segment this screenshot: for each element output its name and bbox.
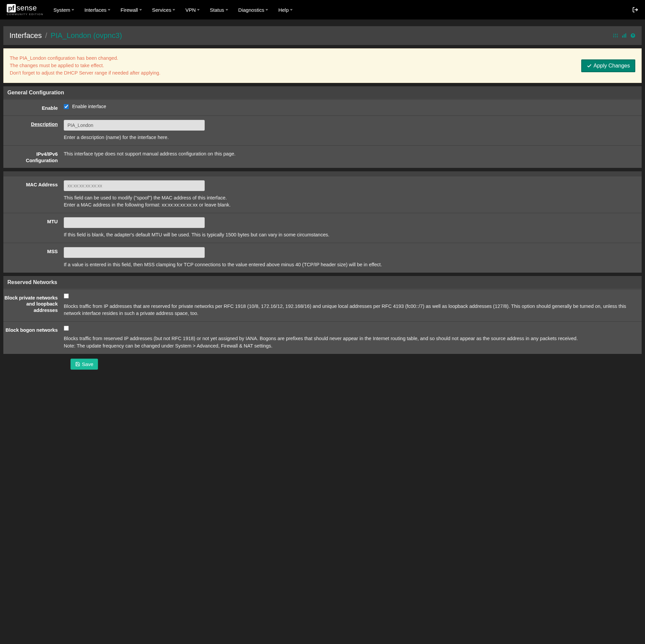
help-mac-1: This field can be used to modify ("spoof… bbox=[64, 194, 636, 202]
svg-rect-10 bbox=[624, 34, 625, 38]
breadcrumb: Interfaces / PIA_London (ovpnc3) bbox=[9, 31, 122, 40]
caret-down-icon bbox=[71, 9, 74, 11]
mac-input[interactable] bbox=[64, 180, 205, 191]
nav-interfaces[interactable]: Interfaces bbox=[84, 7, 110, 13]
caret-down-icon bbox=[290, 9, 293, 11]
breadcrumb-root[interactable]: Interfaces bbox=[9, 31, 42, 40]
logout-button[interactable] bbox=[632, 7, 638, 13]
bar-chart-icon[interactable] bbox=[622, 33, 627, 38]
logo[interactable]: pf sense COMMUNITY EDITION bbox=[7, 4, 43, 16]
nav-menu: System Interfaces Firewall Services VPN … bbox=[53, 7, 632, 13]
mss-input[interactable] bbox=[64, 247, 205, 258]
nav-vpn[interactable]: VPN bbox=[185, 7, 200, 13]
breadcrumb-separator: / bbox=[45, 31, 47, 40]
enable-checkbox-label: Enable interface bbox=[72, 104, 106, 109]
panel-heading-general: General Configuration bbox=[3, 86, 642, 99]
block-private-checkbox[interactable] bbox=[64, 293, 69, 298]
enable-checkbox[interactable] bbox=[64, 104, 69, 109]
logout-icon bbox=[632, 7, 638, 13]
label-enable: Enable bbox=[3, 104, 64, 111]
ipconfig-text: This interface type does not support man… bbox=[64, 150, 636, 156]
breadcrumb-bar: Interfaces / PIA_London (ovpnc3) bbox=[3, 26, 642, 45]
panel-heading-reserved: Reserved Networks bbox=[3, 276, 642, 289]
panel-general: General Configuration Enable Enable inte… bbox=[3, 86, 642, 272]
logo-subtitle: COMMUNITY EDITION bbox=[7, 13, 43, 16]
label-description: Description bbox=[3, 120, 64, 141]
nav-system[interactable]: System bbox=[53, 7, 74, 13]
save-button[interactable]: Save bbox=[70, 359, 98, 370]
caret-down-icon bbox=[226, 9, 228, 11]
sliders-icon[interactable] bbox=[613, 33, 618, 38]
svg-rect-11 bbox=[625, 33, 626, 38]
alert-line1: The PIA_London configuration has been ch… bbox=[10, 55, 160, 62]
label-ipconfig: IPv4/IPv6 Configuration bbox=[3, 150, 64, 164]
caret-down-icon bbox=[172, 9, 175, 11]
help-mtu: If this field is blank, the adapter's de… bbox=[64, 231, 636, 239]
caret-down-icon bbox=[108, 9, 110, 11]
navbar: pf sense COMMUNITY EDITION System Interf… bbox=[0, 0, 645, 19]
nav-firewall[interactable]: Firewall bbox=[120, 7, 142, 13]
help-block-bogon-2: Note: The update frequency can be change… bbox=[64, 342, 636, 350]
help-mac-2: Enter a MAC address in the following for… bbox=[64, 201, 636, 209]
breadcrumb-active: PIA_London (ovpnc3) bbox=[51, 31, 122, 40]
svg-rect-9 bbox=[622, 36, 623, 38]
help-description: Enter a description (name) for the inter… bbox=[64, 134, 636, 141]
label-block-private: Block private networks and loopback addr… bbox=[3, 293, 64, 318]
block-bogon-checkbox[interactable] bbox=[64, 326, 69, 331]
label-mac: MAC Address bbox=[3, 180, 64, 209]
help-icon[interactable] bbox=[630, 33, 636, 38]
logo-pf: pf bbox=[7, 4, 16, 12]
nav-status[interactable]: Status bbox=[210, 7, 228, 13]
svg-point-13 bbox=[633, 37, 633, 37]
help-block-bogon-1: Blocks traffic from reserved IP addresse… bbox=[64, 335, 636, 342]
label-mtu: MTU bbox=[3, 217, 64, 239]
help-mss: If a value is entered in this field, the… bbox=[64, 261, 636, 269]
alert-line2: The changes must be applied to take effe… bbox=[10, 62, 160, 70]
panel-reserved: Reserved Networks Block private networks… bbox=[3, 276, 642, 354]
caret-down-icon bbox=[197, 9, 200, 11]
check-icon bbox=[587, 63, 592, 68]
alert-changes: The PIA_London configuration has been ch… bbox=[3, 48, 642, 83]
description-input[interactable] bbox=[64, 120, 205, 131]
mtu-input[interactable] bbox=[64, 217, 205, 228]
nav-help[interactable]: Help bbox=[278, 7, 293, 13]
nav-services[interactable]: Services bbox=[152, 7, 176, 13]
help-block-private: Blocks traffic from IP addresses that ar… bbox=[64, 303, 636, 318]
caret-down-icon bbox=[265, 9, 268, 11]
logo-sense: sense bbox=[16, 4, 37, 12]
alert-line3: Don't forget to adjust the DHCP Server r… bbox=[10, 70, 160, 77]
nav-diagnostics[interactable]: Diagnostics bbox=[238, 7, 268, 13]
apply-changes-button[interactable]: Apply Changes bbox=[581, 59, 635, 72]
label-block-bogon: Block bogon networks bbox=[3, 326, 64, 350]
label-mss: MSS bbox=[3, 247, 64, 269]
floppy-icon bbox=[75, 362, 80, 367]
caret-down-icon bbox=[139, 9, 142, 11]
